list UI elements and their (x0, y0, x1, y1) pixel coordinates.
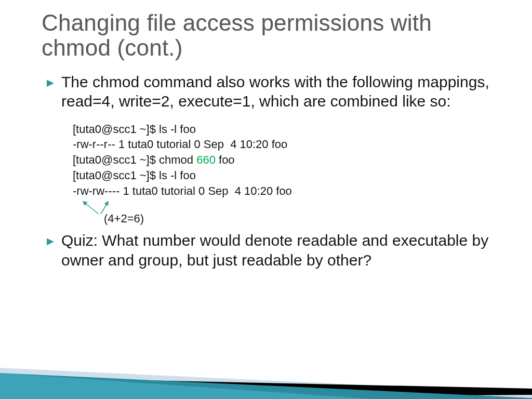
bullet-quiz: ▶ Quiz: What number would denote readabl… (47, 231, 490, 270)
code-block: [tuta0@scc1 ~]$ ls -l foo-rw-r--r-- 1 tu… (73, 122, 490, 198)
decorative-footer (0, 337, 532, 399)
bullet-icon: ▶ (47, 77, 54, 88)
code-line-3: [tuta0@scc1 ~]$ chmod 660 foo (73, 152, 490, 168)
annotation-text: (4+2=6) (104, 212, 144, 225)
annotation: (4+2=6) (73, 202, 490, 228)
code-line-5: -rw-rw---- 1 tuta0 tutorial 0 Sep 4 10:2… (73, 183, 490, 199)
slide-body: ▶ The chmod command also works with the … (42, 72, 490, 270)
bullet-quiz-text: Quiz: What number would denote readable … (61, 231, 490, 270)
code-line-4: [tuta0@scc1 ~]$ ls -l foo (73, 168, 490, 183)
svg-marker-2 (0, 368, 532, 399)
code-line-3-pre: [tuta0@scc1 ~]$ chmod (73, 153, 196, 166)
code-highlight-660: 660 (196, 153, 216, 166)
bullet-icon: ▶ (47, 235, 54, 247)
slide-title: Changing file access permissions with ch… (42, 10, 490, 61)
bullet-intro: ▶ The chmod command also works with the … (47, 72, 490, 111)
svg-line-0 (83, 202, 99, 214)
svg-marker-3 (0, 377, 532, 399)
code-line-1: [tuta0@scc1 ~]$ ls -l foo (73, 122, 490, 137)
svg-marker-5 (0, 373, 374, 399)
bullet-intro-text: The chmod command also works with the fo… (61, 72, 490, 111)
code-line-3-post: foo (216, 153, 235, 166)
code-line-2: -rw-r--r-- 1 tuta0 tutorial 0 Sep 4 10:2… (73, 137, 490, 152)
slide: Changing file access permissions with ch… (0, 0, 532, 399)
svg-marker-4 (0, 373, 532, 399)
